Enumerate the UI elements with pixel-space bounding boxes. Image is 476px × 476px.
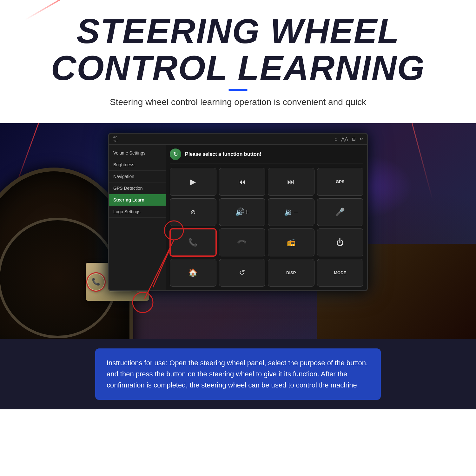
hu-topbar-icons: ⌂ ⋀⋀ ⊟ ↩ — [335, 136, 363, 142]
func-btn-power[interactable]: ⏻ — [317, 228, 364, 256]
hu-power-btn[interactable]: ⏻ — [108, 148, 108, 157]
bottom-section: Instructions for use: Open the steering … — [0, 339, 476, 409]
gps-label: GPS — [336, 179, 344, 184]
head-unit-screen: MIC RST ⌂ ⋀⋀ ⊟ ↩ ⏻ + — [108, 133, 368, 291]
main-title: STEERING WHEEL CONTROL LEARNING — [19, 13, 457, 86]
func-btn-play[interactable]: ▶ — [170, 168, 216, 196]
sidebar-logo-settings[interactable]: Logo Settings — [109, 206, 166, 218]
mic-icon: 🎤 — [335, 208, 345, 216]
hu-up-icon[interactable]: ⋀⋀ — [341, 136, 348, 142]
hu-sidebar: Volume Settings Brightness Navigation GP… — [109, 145, 166, 290]
hu-vol-up-btn[interactable]: + — [108, 178, 108, 187]
sw-phone-button[interactable]: 📞 — [87, 273, 105, 291]
hu-main-content: ⏻ + − Volume Settings Brightness Navigat… — [109, 145, 367, 290]
hu-home-icon[interactable]: ⌂ — [335, 136, 337, 142]
func-btn-mute[interactable]: ⊘ — [170, 198, 216, 226]
refresh-icon: ↻ — [173, 151, 178, 158]
phone-call-icon: 📞 — [188, 238, 198, 247]
func-btn-gps[interactable]: GPS — [317, 168, 364, 196]
hu-content-panel: ↻ Please select a function button! ▶ ⏮ — [166, 145, 367, 290]
back-icon: ↺ — [239, 268, 245, 277]
radio-icon: 📻 — [287, 238, 295, 247]
power-icon: ⏻ — [336, 238, 344, 247]
mute-icon: ⊘ — [190, 208, 196, 216]
prev-icon: ⏮ — [238, 177, 246, 186]
hu-win-icon[interactable]: ⊟ — [352, 136, 356, 142]
func-btn-next[interactable]: ⏭ — [268, 168, 314, 196]
rst-label: RST — [113, 139, 118, 142]
func-btn-vol-down[interactable]: 🔉− — [268, 198, 314, 226]
func-btn-phone-end[interactable]: 📞 — [219, 228, 266, 256]
sidebar-navigation[interactable]: Navigation — [109, 171, 166, 182]
subtitle-text: Steering wheel control learning operatio… — [19, 97, 457, 107]
next-icon: ⏭ — [287, 177, 295, 186]
func-btn-vol-up[interactable]: 🔊+ — [219, 198, 266, 226]
func-btn-home[interactable]: 🏠 — [170, 259, 216, 287]
sidebar-volume-settings[interactable]: Volume Settings — [109, 147, 166, 159]
play-icon: ▶ — [190, 177, 196, 186]
middle-section: 📞 * ⏮🔇 (( ⏭ MIC RST ⌂ ⋀⋀ ⊟ — [0, 123, 476, 339]
hu-back-icon[interactable]: ↩ — [360, 136, 363, 142]
func-btn-prev[interactable]: ⏮ — [219, 168, 266, 196]
hu-labels: MIC RST — [113, 136, 118, 142]
func-btn-mode[interactable]: MODE — [317, 259, 364, 287]
vol-down-icon: 🔉− — [284, 208, 298, 216]
mic-label: MIC — [113, 136, 118, 139]
hu-edge-btn-2[interactable] — [108, 158, 108, 167]
hu-function-grid: ▶ ⏮ ⏭ GPS ⊘ — [170, 168, 363, 287]
sidebar-steering-learn[interactable]: Steering Learn — [109, 194, 166, 206]
vol-up-icon: 🔊+ — [235, 208, 249, 216]
hu-content-header: ↻ Please select a function button! — [170, 149, 363, 163]
hu-edge-buttons: ⏻ + − — [108, 148, 108, 197]
title-line1: STEERING WHEEL — [76, 11, 400, 50]
func-btn-disp[interactable]: DISP — [268, 259, 314, 287]
func-btn-back[interactable]: ↺ — [219, 259, 266, 287]
hu-vol-down-btn[interactable]: − — [108, 188, 108, 197]
sw-phone-icon: 📞 — [92, 278, 100, 286]
func-btn-phone-call[interactable]: 📞 — [170, 228, 216, 256]
instruction-box: Instructions for use: Open the steering … — [95, 348, 381, 400]
mode-label: MODE — [334, 270, 346, 275]
hu-topbar: MIC RST ⌂ ⋀⋀ ⊟ ↩ — [109, 134, 367, 145]
sidebar-brightness[interactable]: Brightness — [109, 159, 166, 171]
head-unit-body: MIC RST ⌂ ⋀⋀ ⊟ ↩ ⏻ + — [109, 134, 367, 290]
blue-accent-line — [228, 89, 248, 91]
phone-end-icon: 📞 — [236, 237, 248, 248]
home-icon: 🏠 — [188, 268, 198, 277]
disp-label: DISP — [286, 270, 296, 275]
title-line2: CONTROL LEARNING — [51, 48, 425, 87]
instruction-text: Instructions for use: Open the steering … — [107, 357, 369, 391]
func-btn-mic[interactable]: 🎤 — [317, 198, 364, 226]
sidebar-gps-detection[interactable]: GPS Detection — [109, 182, 166, 194]
hu-refresh-button[interactable]: ↻ — [170, 149, 181, 160]
hu-edge-btn-3[interactable] — [108, 168, 108, 177]
func-btn-radio[interactable]: 📻 — [268, 228, 314, 256]
top-section: STEERING WHEEL CONTROL LEARNING Steering… — [0, 0, 476, 123]
hu-prompt: Please select a function button! — [185, 151, 261, 157]
